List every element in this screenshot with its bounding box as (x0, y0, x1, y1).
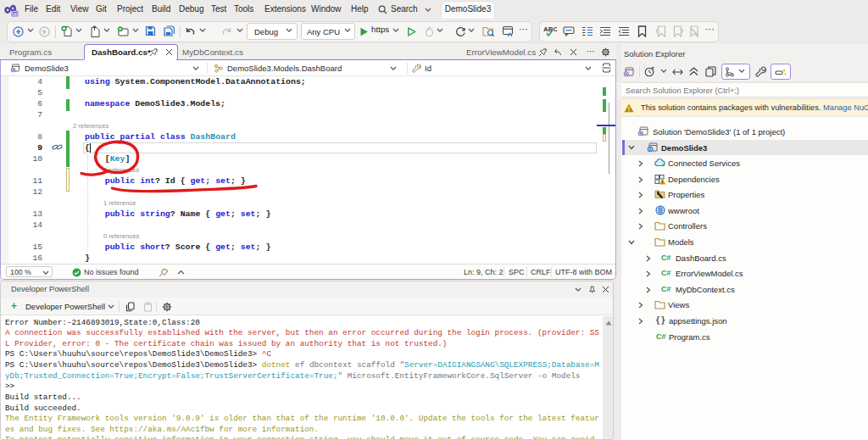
svg-text:IN: IN (14, 13, 17, 16)
svg-text:ABC: ABC (543, 25, 557, 33)
